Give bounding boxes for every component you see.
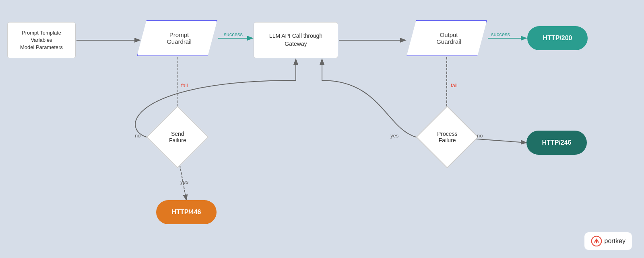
process-failure-label: Process Failure	[437, 131, 458, 143]
no1-label: no	[135, 133, 140, 139]
http246-label: HTTP/246	[542, 139, 572, 146]
http446-label: HTTP/446	[172, 209, 201, 216]
send-failure-label: Send Failure	[169, 131, 186, 143]
http246-node: HTTP/246	[526, 131, 587, 155]
no2-label: no	[477, 133, 483, 139]
success1-label: success	[224, 31, 243, 37]
http200-label: HTTP/200	[543, 35, 572, 42]
prompt-guardrail-label: Prompt Guardrail	[167, 31, 192, 45]
process-failure-node: Process Failure	[416, 106, 479, 168]
yes1-label: yes	[390, 133, 398, 139]
prompt-guardrail-node: Prompt Guardrail	[137, 20, 217, 56]
input-node: Prompt Template Variables Model Paramete…	[7, 22, 76, 58]
http446-node: HTTP/446	[156, 200, 217, 224]
output-guardrail-node: Output Guardrail	[407, 20, 487, 56]
http200-node: HTTP/200	[527, 26, 588, 50]
yes2-label: yes	[180, 179, 188, 185]
output-guardrail-label: Output Guardrail	[436, 31, 461, 45]
fail1-label: fail	[181, 82, 188, 88]
svg-line-9	[472, 139, 526, 143]
diagram: Prompt Template Variables Model Paramete…	[0, 0, 644, 258]
llm-api-node: LLM API Call through Gateway	[254, 22, 338, 58]
input-label: Prompt Template Variables Model Paramete…	[20, 29, 63, 51]
portkey-logo: portkey	[584, 232, 632, 250]
fail2-label: fail	[451, 82, 458, 88]
send-failure-node: Send Failure	[146, 106, 209, 168]
portkey-icon	[591, 235, 602, 247]
portkey-text: portkey	[605, 238, 625, 245]
llm-api-label: LLM API Call through Gateway	[269, 32, 322, 48]
success2-label: success	[491, 31, 510, 37]
